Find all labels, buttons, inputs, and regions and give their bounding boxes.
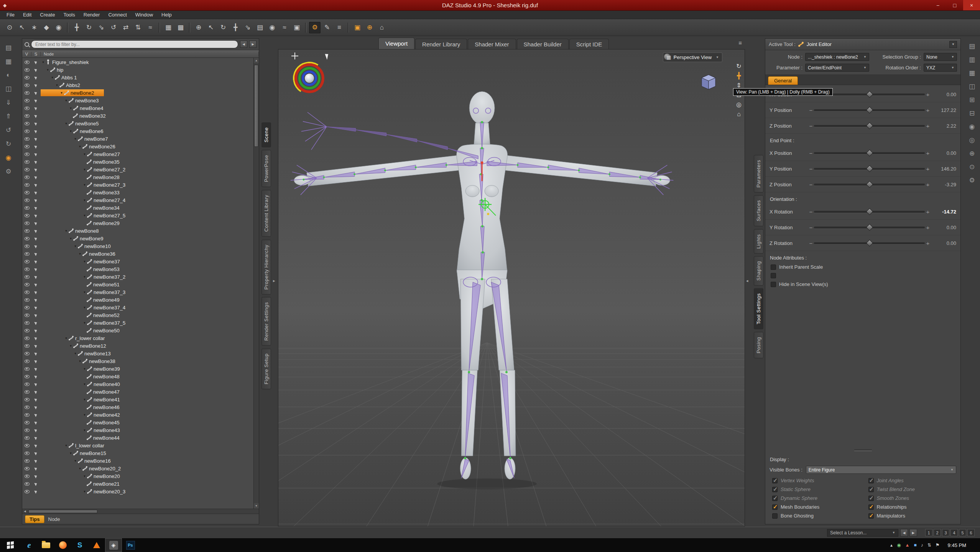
side-tab[interactable]: PowerPose (261, 150, 271, 187)
expand-arrow-icon[interactable]: ▾ (82, 306, 87, 309)
visibility-eye-icon[interactable] (25, 199, 30, 202)
tree-node-cell[interactable]: ▾ newBone9 (41, 235, 105, 242)
network-icon[interactable]: ⇅ (927, 542, 931, 548)
surface-toggle-icon[interactable]: ▣ (352, 22, 363, 33)
tree-node-cell[interactable]: newBone44 (41, 434, 121, 441)
gizmo-center-ball[interactable] (305, 74, 314, 83)
dot-icon[interactable]: ⊙ (969, 163, 975, 171)
visibility-eye-icon[interactable] (25, 91, 30, 95)
tree-row[interactable]: ▾ newBone27_5 (22, 212, 253, 219)
selection-pointer-icon[interactable] (34, 390, 38, 394)
tree-row[interactable]: ▾ Abbs2 (22, 81, 253, 89)
node-create-tool-icon[interactable]: ◆ (41, 22, 52, 33)
checkbox[interactable] (772, 513, 778, 519)
selection-pointer-icon[interactable] (34, 137, 38, 141)
selection-pointer-icon[interactable] (34, 252, 38, 256)
tree-node-cell[interactable]: ▾ newBone42 (41, 411, 122, 418)
side-tab[interactable]: Property Hierarchy (261, 240, 271, 294)
selection-pointer-icon[interactable] (34, 160, 38, 164)
tree-node-cell[interactable]: ▾ newBone37_5 (41, 319, 127, 326)
menu-item[interactable]: File (2, 11, 19, 19)
visibility-eye-icon[interactable] (25, 252, 30, 256)
visibility-eye-icon[interactable] (25, 421, 30, 424)
view-cube[interactable] (698, 71, 719, 94)
universal-manipulator-icon[interactable] (291, 53, 298, 59)
separator[interactable] (159, 23, 160, 33)
expand-arrow-icon[interactable]: ▾ (77, 467, 82, 470)
expand-arrow-icon[interactable]: ▾ (82, 382, 87, 386)
tree-node-cell[interactable]: newBone51 (41, 281, 121, 288)
globe-icon[interactable]: ⊕ (193, 22, 204, 33)
tree-node-cell[interactable]: newBone50 (41, 327, 121, 334)
viewport-scale-icon[interactable]: ⇘ (242, 22, 253, 33)
attribute-checkbox-row[interactable] (765, 271, 960, 280)
slider-track[interactable] (814, 152, 925, 154)
visibility-eye-icon[interactable] (25, 283, 30, 286)
menu-item[interactable]: Create (36, 11, 59, 19)
tree-node-cell[interactable]: ▾ newBone27_3 (41, 181, 127, 188)
viewport-tab[interactable]: Script IDE (569, 39, 609, 49)
tree-row[interactable]: ▾ newBone5 (22, 120, 253, 127)
visibility-eye-icon[interactable] (25, 191, 30, 194)
side-tab[interactable]: Lights (754, 229, 763, 254)
close-button[interactable]: × (963, 0, 980, 10)
tree-row[interactable]: newBone48 (22, 373, 253, 380)
tree-row[interactable]: ▾ newBone26 (22, 143, 253, 150)
visibility-eye-icon[interactable] (25, 444, 30, 447)
tree-row[interactable]: newBone34 (22, 204, 253, 212)
attribute-checkbox-row[interactable]: Inherit Parent Scale (765, 263, 960, 271)
visibility-eye-icon[interactable] (25, 206, 30, 210)
tree-row[interactable]: ▾ newBone27_4 (22, 196, 253, 204)
selection-pointer-icon[interactable] (34, 428, 38, 432)
selection-pointer-icon[interactable] (34, 183, 38, 187)
slider-decrement-button[interactable]: − (808, 209, 814, 215)
tree-row[interactable]: ▾ newBone7 (22, 135, 253, 143)
slider-handle[interactable] (866, 122, 873, 129)
visibility-eye-icon[interactable] (25, 367, 30, 371)
visibility-eye-icon[interactable] (25, 168, 30, 171)
translate-tool-icon[interactable]: ╋ (71, 22, 82, 33)
side-tab[interactable]: Render Settings (261, 297, 271, 346)
display-checkbox-row[interactable]: Bone Ghosting (767, 511, 863, 520)
checkbox[interactable] (771, 282, 776, 287)
selection-pointer-icon[interactable] (34, 244, 38, 248)
slider-increment-button[interactable]: + (925, 123, 931, 129)
expand-arrow-icon[interactable]: ▾ (73, 137, 78, 141)
tree-row[interactable]: ▾ newBone42 (22, 411, 253, 419)
menu-item[interactable]: Window (131, 11, 157, 19)
menu-item[interactable]: Render (79, 11, 104, 19)
orbit-view-icon[interactable]: ↻ (736, 63, 741, 69)
tree-row[interactable]: newBone45 (22, 419, 253, 426)
record-icon[interactable]: ◉ (969, 123, 975, 131)
tree-row[interactable]: ▾ newBone37_2 (22, 273, 253, 281)
pointer-select-tool-icon[interactable]: ↖ (16, 22, 28, 33)
selection-pointer-icon[interactable] (34, 474, 38, 478)
selection-pointer-icon[interactable] (34, 122, 38, 126)
expand-arrow-icon[interactable]: ▾ (68, 344, 73, 348)
view-selector-dropdown[interactable]: ▦ Perspective View ▼ (663, 53, 722, 62)
tree-node-cell[interactable]: newBone53 (41, 266, 121, 273)
expand-arrow-icon[interactable]: ▾ (77, 252, 82, 256)
tree-row[interactable]: ▾ newBone39 (22, 365, 253, 373)
tree-node-cell[interactable]: ▾ newBone15 (41, 450, 108, 457)
aim-view-icon[interactable]: ◎ (736, 102, 742, 108)
tray-alert-icon[interactable]: ▲ (905, 542, 910, 548)
display-checkbox-row[interactable]: Relationships (863, 503, 959, 511)
visibility-eye-icon[interactable] (25, 176, 30, 179)
checkbox[interactable] (868, 487, 874, 492)
focus-target-icon[interactable]: ◉ (266, 22, 278, 33)
visibility-eye-icon[interactable] (25, 99, 30, 102)
settings-gear-icon[interactable]: ⚙ (5, 168, 11, 176)
weight-brush-icon[interactable]: ✎ (321, 22, 333, 33)
tree-node-cell[interactable]: newBone52 (41, 312, 121, 319)
menu-item[interactable]: Edit (19, 11, 36, 19)
expand-arrow-icon[interactable]: ▾ (77, 145, 82, 148)
tree-node-cell[interactable]: newBone21 (41, 480, 121, 487)
tree-node-cell[interactable]: ▾ newBone7 (41, 135, 109, 142)
slider-track[interactable] (814, 227, 925, 228)
slider-increment-button[interactable]: + (925, 181, 931, 188)
selection-pointer-icon[interactable] (34, 352, 38, 356)
add-figure-icon[interactable]: ⊕ (364, 22, 375, 33)
selection-pointer-icon[interactable] (34, 83, 38, 87)
expand-arrow-icon[interactable]: ▾ (82, 321, 87, 325)
